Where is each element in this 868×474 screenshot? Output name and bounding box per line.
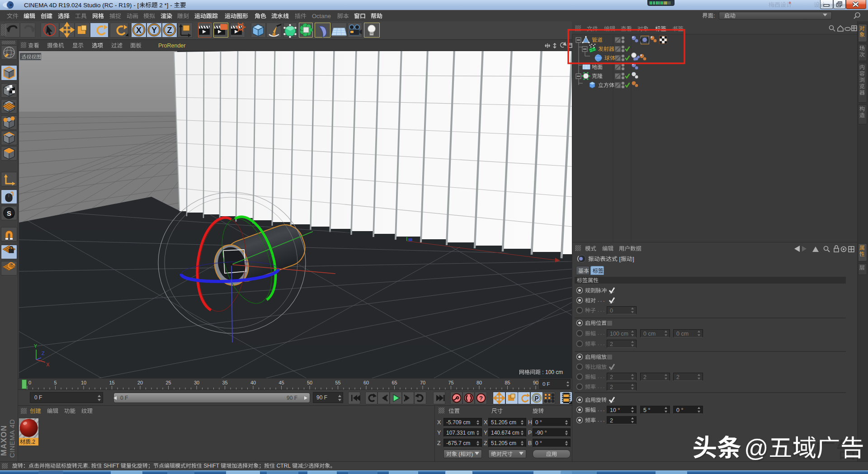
svg-text:X: X: [46, 362, 50, 367]
svg-text:: 100 cm: : 100 cm: [541, 369, 563, 375]
svg-text:Y: Y: [34, 343, 38, 349]
svg-text:Z: Z: [42, 351, 45, 356]
